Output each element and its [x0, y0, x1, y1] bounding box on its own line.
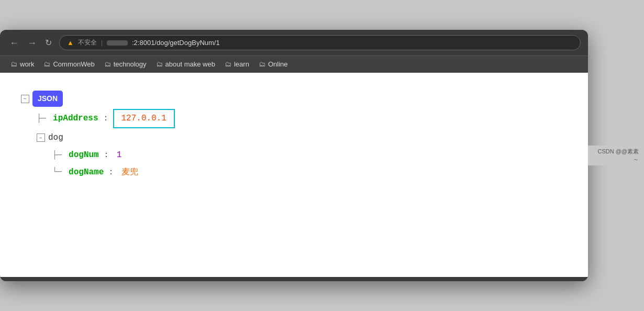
folder-icon-online: 🗂	[259, 60, 265, 68]
dog-name-value: 麦兜	[121, 165, 138, 180]
folder-icon-commonweb: 🗂	[43, 60, 50, 68]
bookmark-item-online[interactable]: 🗂 Online	[256, 59, 291, 69]
dog-name-key: dogName	[69, 165, 104, 180]
warning-icon: ▲	[67, 39, 74, 47]
dog-num-key: dogNum	[69, 148, 99, 163]
bookmark-item-work[interactable]: 🗂 work	[7, 59, 37, 69]
folder-icon-technology: 🗂	[104, 60, 111, 68]
dog-name-colon: ：	[107, 165, 115, 180]
dog-key: dog	[48, 130, 63, 146]
bookmark-label-about-make-web: about make web	[165, 60, 215, 68]
folder-icon-work: 🗂	[10, 60, 17, 68]
dog-row: − dog	[37, 130, 567, 146]
separator: |	[101, 39, 103, 47]
toolbar: ← → ↻ ▲ 不安全 | :2:8001/dog/getDogByNum/1	[0, 30, 588, 56]
json-tree: − JSON ├─ ipAddress ： 127.0.0.1 − dog ├─…	[21, 91, 567, 180]
ip-address-value: 127.0.0.1	[113, 109, 175, 128]
ip-address-row: ├─ ipAddress ： 127.0.0.1	[37, 109, 567, 128]
bookmark-label-online: Online	[268, 60, 288, 68]
tree-connector-ip: ├─	[37, 112, 51, 126]
bottom-bar	[0, 277, 588, 281]
ip-address-key: ipAddress	[53, 111, 98, 126]
folder-icon-about-make-web: 🗂	[156, 60, 163, 68]
folder-icon-learn: 🗂	[225, 60, 231, 68]
collapse-dog-button[interactable]: −	[37, 134, 45, 142]
bookmark-label-work: work	[20, 60, 34, 68]
tree-connector-dogname: └─	[52, 165, 66, 179]
collapse-root-button[interactable]: −	[21, 95, 29, 103]
forward-button[interactable]: →	[25, 37, 39, 49]
bookmark-label-learn: learn	[234, 60, 249, 68]
tree-connector-dognum: ├─	[52, 148, 66, 162]
url-text: :2:8001/dog/getDogByNum/1	[132, 39, 220, 47]
bookmark-label-commonweb: CommonWeb	[53, 60, 94, 68]
browser-window: ← → ↻ ▲ 不安全 | :2:8001/dog/getDogByNum/1 …	[0, 30, 588, 281]
json-badge[interactable]: JSON	[32, 91, 63, 107]
dog-num-row: ├─ dogNum ： 1	[52, 148, 567, 163]
bookmark-item-technology[interactable]: 🗂 technology	[101, 59, 150, 69]
bookmark-item-about-make-web[interactable]: 🗂 about make web	[153, 59, 218, 69]
json-root-row: − JSON	[21, 91, 567, 107]
dog-num-value: 1	[117, 148, 122, 163]
address-bar[interactable]: ▲ 不安全 | :2:8001/dog/getDogByNum/1	[59, 35, 581, 50]
bookmark-item-commonweb[interactable]: 🗂 CommonWeb	[40, 59, 97, 69]
back-button[interactable]: ←	[7, 37, 21, 49]
nav-buttons: ← → ↻	[7, 37, 54, 49]
bookmark-item-learn[interactable]: 🗂 learn	[221, 59, 252, 69]
dog-num-colon: ：	[102, 148, 110, 163]
bookmark-label-technology: technology	[114, 60, 147, 68]
dog-name-row: └─ dogName ： 麦兜	[52, 165, 567, 180]
reload-button[interactable]: ↻	[43, 38, 54, 48]
ip-address-colon: ：	[102, 111, 110, 126]
bookmarks-bar: 🗂 work 🗂 CommonWeb 🗂 technology 🗂 about …	[0, 56, 588, 73]
attribution-text: CSDN @@素素～	[597, 148, 639, 162]
insecure-label: 不安全	[78, 38, 97, 47]
content-area: − JSON ├─ ipAddress ： 127.0.0.1 − dog ├─…	[0, 73, 588, 277]
url-hidden-part	[107, 40, 128, 46]
footer: CSDN @@素素～	[588, 146, 644, 165]
